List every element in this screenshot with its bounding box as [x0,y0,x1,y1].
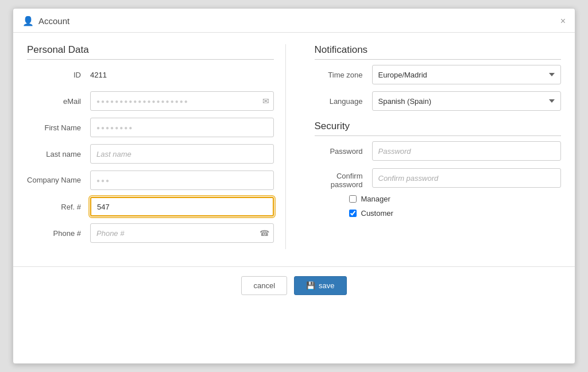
manager-checkbox-row: Manager [315,195,562,203]
email-label: eMail [27,97,90,106]
modal-title-text: Account [38,16,69,26]
manager-checkbox[interactable] [349,195,357,203]
company-row: Company Name [27,170,274,191]
email-input[interactable] [90,91,274,111]
customer-label[interactable]: Customer [361,209,393,218]
password-input[interactable] [372,141,562,161]
id-row: ID 4211 [27,64,274,85]
close-button[interactable]: × [560,17,566,26]
security-title: Security [315,121,562,136]
save-label: save [319,281,334,290]
save-button[interactable]: 💾 save [294,276,346,295]
email-wrapper: ✉ [90,91,274,111]
confirm-password-label: Confirmpassword [315,167,372,189]
phone-icon: ☎ [260,228,269,238]
cancel-button[interactable]: cancel [241,276,287,295]
ref-row: Ref. # [27,196,274,217]
company-input[interactable] [90,170,274,190]
confirm-password-input[interactable] [372,168,562,188]
lastname-label: Last name [27,150,90,158]
firstname-input[interactable] [90,118,274,137]
ref-label: Ref. # [27,203,90,211]
email-icon: ✉ [262,96,269,106]
customer-checkbox-row: Customer [315,209,562,218]
modal-footer: cancel 💾 save [13,266,575,304]
account-modal: 👤 Account × Personal Data ID 4211 eMail … [13,8,575,364]
modal-header: 👤 Account × [13,9,575,33]
right-panel: Notifications Time zone Europe/Madrid Eu… [309,44,562,249]
personal-data-panel: Personal Data ID 4211 eMail ✉ First Name [27,44,286,249]
password-label: Password [315,147,372,156]
timezone-select[interactable]: Europe/Madrid Europe/London America/New_… [372,65,562,84]
lastname-input[interactable] [90,144,274,164]
password-row: Password [315,141,562,161]
phone-input[interactable] [90,223,274,243]
company-label: Company Name [27,176,90,185]
phone-wrapper: ☎ [90,223,274,243]
customer-checkbox[interactable] [349,210,357,217]
phone-label: Phone # [27,229,90,238]
notifications-title: Notifications [315,44,562,60]
account-icon: 👤 [22,16,34,26]
manager-label[interactable]: Manager [361,195,390,203]
firstname-label: First Name [27,123,90,132]
firstname-row: First Name [27,117,274,138]
phone-row: Phone # ☎ [27,223,274,243]
language-select[interactable]: Spanish (Spain) English (US) French (Fra… [372,91,562,111]
lastname-row: Last name [27,144,274,164]
email-row: eMail ✉ [27,91,274,111]
modal-body: Personal Data ID 4211 eMail ✉ First Name [13,33,575,261]
id-label: ID [27,71,90,79]
modal-title: 👤 Account [22,16,69,26]
timezone-row: Time zone Europe/Madrid Europe/London Am… [315,64,562,85]
language-row: Language Spanish (Spain) English (US) Fr… [315,91,562,111]
timezone-label: Time zone [315,71,372,79]
save-icon: 💾 [306,281,315,290]
ref-input[interactable] [90,197,274,216]
confirm-password-row: Confirmpassword [315,167,562,189]
language-label: Language [315,97,372,106]
personal-data-title: Personal Data [27,44,274,60]
id-value: 4211 [90,71,107,79]
